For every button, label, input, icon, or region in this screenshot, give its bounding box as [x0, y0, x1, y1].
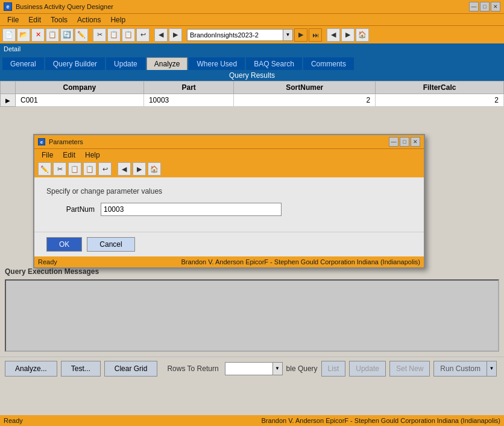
query-execution-section: Query Execution Messages: [0, 264, 504, 357]
modal-close-button[interactable]: ✕: [411, 137, 420, 147]
main-content: e Parameters — □ ✕ File Edit Help ✏️ ✂ 📋…: [0, 107, 504, 264]
row-arrow-cell: ▶: [1, 94, 16, 107]
modal-menu-help[interactable]: Help: [80, 150, 105, 161]
tab-baq-search[interactable]: BAQ Search: [246, 57, 302, 70]
clear-grid-button[interactable]: Clear Grid: [104, 361, 158, 377]
partnum-input[interactable]: [101, 203, 282, 216]
tab-where-used[interactable]: Where Used: [189, 57, 245, 70]
save-button[interactable]: ✕: [31, 28, 45, 42]
menu-bar: File Edit Tools Actions Help: [0, 13, 504, 25]
end-button[interactable]: ⏭: [309, 28, 322, 42]
query-results-label: Query Results: [0, 70, 504, 81]
cell-company: C001: [16, 94, 144, 107]
info-status: Brandon V. Anderson EpicorF - Stephen Go…: [262, 417, 500, 424]
tab-bar: General Query Builder Update Analyze Whe…: [0, 54, 504, 70]
col-filtercalc: FilterCalc: [376, 81, 504, 94]
modal-titlebar: e Parameters — □ ✕: [34, 135, 424, 148]
test-button[interactable]: Test...: [61, 361, 101, 377]
analyze-button[interactable]: Analyze...: [5, 361, 57, 377]
menu-file[interactable]: File: [2, 14, 24, 25]
cut-button[interactable]: ✂: [93, 28, 106, 42]
modal-description: Specify or change parameter values: [46, 187, 412, 196]
menu-actions[interactable]: Actions: [72, 14, 106, 25]
modal-content: Specify or change parameter values PartN…: [34, 177, 424, 232]
query-execution-box: [5, 279, 499, 352]
rows-dropdown-arrow[interactable]: ▼: [273, 362, 283, 375]
paste2-button[interactable]: 📋: [122, 28, 135, 42]
modal-undo-btn[interactable]: ↩: [98, 162, 112, 176]
update-button[interactable]: Update: [349, 361, 386, 377]
rows-to-return-label: Rows To Return: [167, 364, 218, 373]
baq-input[interactable]: [187, 29, 283, 41]
menu-edit[interactable]: Edit: [24, 14, 46, 25]
modal-back-btn[interactable]: ◀: [118, 162, 131, 176]
modal-minimize-button[interactable]: —: [389, 137, 398, 147]
home-button[interactable]: 🏠: [356, 28, 369, 42]
status-bar: Ready Brandon V. Anderson EpicorF - Step…: [0, 415, 504, 426]
modal-menu-edit[interactable]: Edit: [58, 150, 80, 161]
query-results-table: Company Part SortNumer FilterCalc ▶ C001…: [0, 81, 504, 107]
modal-menu-file[interactable]: File: [37, 150, 58, 161]
play-button[interactable]: ▶: [294, 28, 307, 42]
list-button[interactable]: List: [321, 361, 346, 377]
new-button[interactable]: 📄: [2, 28, 16, 42]
minimize-button[interactable]: —: [469, 2, 479, 11]
cancel-button[interactable]: Cancel: [87, 237, 134, 252]
cell-filtercalc: 2: [376, 94, 504, 107]
run-custom-button[interactable]: Run Custom: [433, 361, 487, 377]
modal-home-btn[interactable]: 🏠: [148, 162, 161, 176]
menu-help[interactable]: Help: [106, 14, 130, 25]
paste-button[interactable]: 📋: [107, 28, 121, 42]
edit-button[interactable]: ✏️: [75, 28, 88, 42]
modal-edit-btn[interactable]: ✏️: [38, 162, 51, 176]
modal-title-controls: — □ ✕: [389, 137, 420, 147]
prev-button[interactable]: ◀: [327, 28, 340, 42]
modal-statusbar: Ready Brandon V. Anderson EpicorF - Step…: [34, 256, 424, 267]
modal-copy-btn[interactable]: 📋: [68, 162, 81, 176]
tab-comments[interactable]: Comments: [303, 57, 354, 70]
run-custom-arrow[interactable]: ▼: [487, 361, 497, 377]
cell-sortnumer: 2: [234, 94, 376, 107]
toolbar: 📄 📂 ✕ 📋 🔄 ✏️ ✂ 📋 📋 ↩ ◀ ▶ ▼ ▶ ⏭ ◀ ▶ 🏠: [0, 25, 504, 43]
rows-input[interactable]: [225, 362, 273, 375]
title-controls: — □ ✕: [469, 2, 500, 11]
modal-restore-button[interactable]: □: [400, 137, 409, 147]
baq-dropdown[interactable]: ▼: [187, 29, 293, 41]
copy-button[interactable]: 📋: [46, 28, 59, 42]
modal-buttons: OK Cancel: [34, 232, 424, 256]
ok-button[interactable]: OK: [46, 237, 82, 252]
menu-tools[interactable]: Tools: [46, 14, 72, 25]
parameters-modal: e Parameters — □ ✕ File Edit Help ✏️ ✂ 📋…: [33, 134, 425, 269]
tab-update[interactable]: Update: [106, 57, 145, 70]
refresh-button[interactable]: 🔄: [60, 28, 74, 42]
modal-app-icon: e: [38, 138, 45, 145]
modal-toolbar: ✏️ ✂ 📋 📋 ↩ ◀ ▶ 🏠: [34, 161, 424, 177]
cell-part: 10003: [143, 94, 234, 107]
modal-overlay: e Parameters — □ ✕ File Edit Help ✏️ ✂ 📋…: [0, 107, 504, 264]
modal-menubar: File Edit Help: [34, 148, 424, 161]
baq-dropdown-arrow[interactable]: ▼: [283, 29, 293, 41]
partnum-field-row: PartNum: [46, 203, 412, 216]
tab-analyze[interactable]: Analyze: [146, 57, 188, 70]
undo-button[interactable]: ↩: [136, 28, 150, 42]
restore-button[interactable]: □: [480, 2, 490, 11]
col-company: Company: [16, 81, 144, 94]
rows-to-return-dropdown[interactable]: ▼: [225, 362, 283, 375]
close-button[interactable]: ✕: [491, 2, 500, 11]
modal-forward-btn[interactable]: ▶: [133, 162, 146, 176]
forward-button[interactable]: ▶: [169, 28, 182, 42]
ready-status: Ready: [4, 417, 23, 424]
open-button[interactable]: 📂: [17, 28, 30, 42]
modal-title: Parameters: [49, 138, 389, 145]
tab-general[interactable]: General: [2, 57, 44, 70]
next-button[interactable]: ▶: [341, 28, 354, 42]
set-new-button[interactable]: Set New: [389, 361, 430, 377]
modal-cut-btn[interactable]: ✂: [53, 162, 66, 176]
able-query-label: ble Query: [286, 364, 318, 373]
tab-query-builder[interactable]: Query Builder: [45, 57, 105, 70]
row-indicator-header: [1, 81, 16, 94]
table-row[interactable]: ▶ C001 10003 2 2: [1, 94, 504, 107]
back-button[interactable]: ◀: [154, 28, 168, 42]
bottom-toolbar: Analyze... Test... Clear Grid Rows To Re…: [0, 357, 504, 380]
modal-paste-btn[interactable]: 📋: [83, 162, 96, 176]
